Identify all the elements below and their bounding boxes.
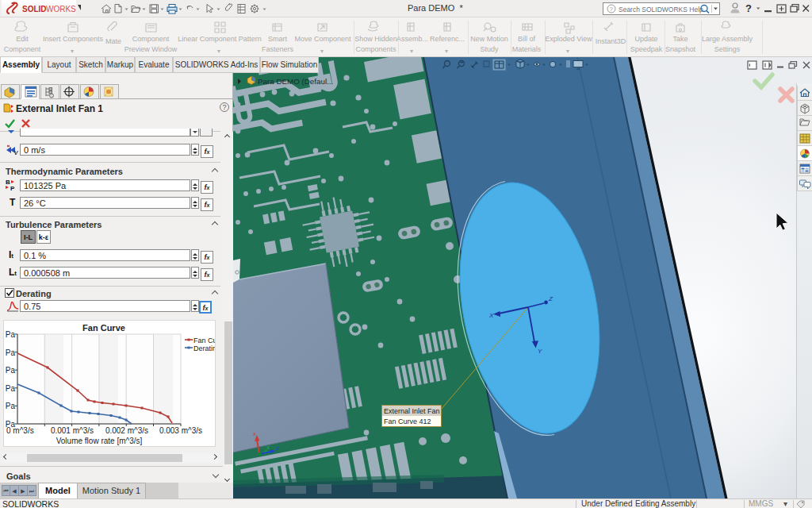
svg-text:Pa: Pa bbox=[6, 330, 16, 339]
svg-text:Para DEMO (Defaul...: Para DEMO (Defaul... bbox=[258, 77, 333, 86]
svg-text:x: x bbox=[266, 444, 270, 451]
svg-text:Y: Y bbox=[538, 348, 542, 355]
svg-text:P: P bbox=[10, 185, 15, 190]
svg-text:Search SOLIDWORKS Help: Search SOLIDWORKS Help bbox=[619, 6, 703, 13]
svg-text:SOLID: SOLID bbox=[22, 5, 47, 13]
svg-text:Pa: Pa bbox=[6, 366, 16, 375]
svg-text:0.003 m^3/s: 0.003 m^3/s bbox=[159, 426, 202, 435]
svg-text:0.001 m^3/s: 0.001 m^3/s bbox=[51, 426, 94, 435]
svg-text:?: ? bbox=[610, 6, 614, 13]
svg-text:Deratin: Deratin bbox=[193, 344, 215, 352]
svg-text:Fan Curve: Fan Curve bbox=[82, 323, 125, 333]
svg-text:?: ? bbox=[745, 2, 752, 14]
svg-text:External Inlet Fan: External Inlet Fan bbox=[384, 407, 440, 415]
svg-text:0.002 m^3/s: 0.002 m^3/s bbox=[105, 426, 148, 435]
svg-text:Fan Curve 412: Fan Curve 412 bbox=[384, 418, 431, 425]
svg-text:x: x bbox=[252, 430, 256, 437]
svg-text:Fan Cu: Fan Cu bbox=[193, 337, 215, 344]
svg-text:0 m^3/s: 0 m^3/s bbox=[6, 426, 34, 435]
svg-text:z: z bbox=[275, 444, 279, 452]
svg-text:Volume flow rate [m^3/s]: Volume flow rate [m^3/s] bbox=[56, 437, 143, 445]
svg-text:X: X bbox=[488, 312, 494, 319]
svg-text:Pa: Pa bbox=[6, 348, 16, 357]
svg-text:Pa: Pa bbox=[6, 402, 16, 410]
svg-text:v: v bbox=[14, 148, 18, 156]
svg-text:Pa: Pa bbox=[6, 384, 16, 393]
svg-text:WORKS: WORKS bbox=[46, 5, 76, 13]
